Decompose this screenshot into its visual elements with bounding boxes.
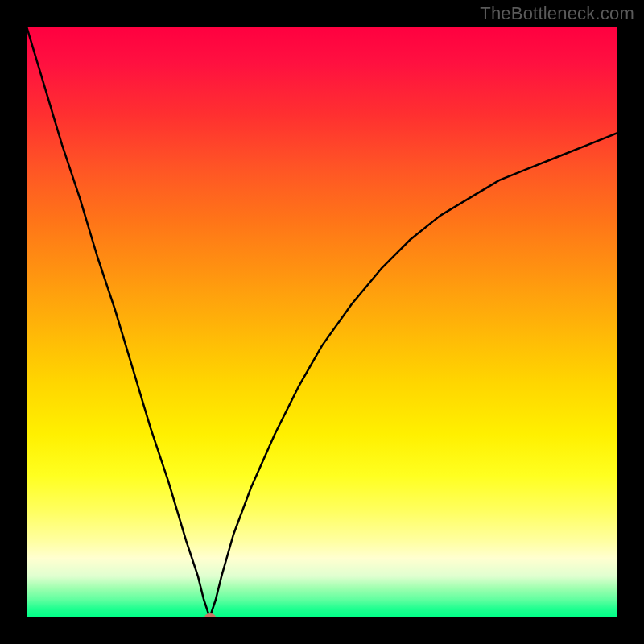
chart-wrapper: TheBottleneck.com: [0, 0, 644, 644]
watermark-text: TheBottleneck.com: [480, 3, 634, 24]
bottleneck-curve: [27, 27, 617, 617]
minimum-marker-icon: [204, 613, 216, 617]
plot-area: [27, 27, 617, 617]
